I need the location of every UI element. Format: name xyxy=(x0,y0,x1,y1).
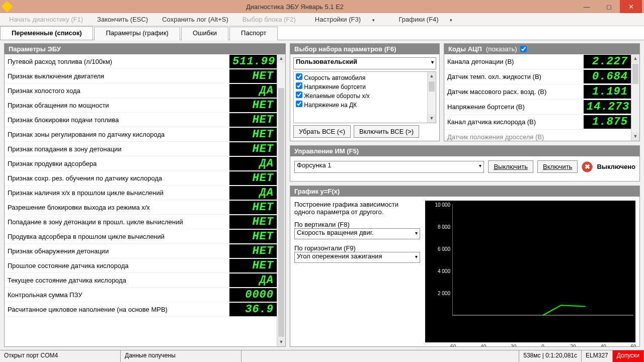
param-row[interactable]: Признак выключения двигателяНЕТ xyxy=(5,69,277,83)
param-name: Признак сохр. рез. обучения по датчику к… xyxy=(8,174,229,182)
graph-header: График y=F(x) xyxy=(290,186,639,197)
horizontal-label: По горизонтали (F9) xyxy=(294,244,420,252)
param-row[interactable]: Признак блокировки подачи топливаНЕТ xyxy=(5,113,277,127)
param-row[interactable]: Признак наличия х/х в прошлом цикле вычи… xyxy=(5,186,277,200)
im-on-button[interactable]: Включить xyxy=(537,160,578,173)
adc-name: Канал датчика кислорода (В) xyxy=(447,118,584,126)
adc-row[interactable]: Канала детонации (В)2.227 xyxy=(444,54,631,69)
check-item[interactable]: Напряжение на ДК xyxy=(295,100,426,109)
param-name: Текущее состояние датчика кислорода xyxy=(8,277,229,284)
adc-value: 2.227 xyxy=(584,55,631,68)
param-value: НЕТ xyxy=(229,99,277,112)
param-value: 511.99 xyxy=(229,55,277,68)
param-value: ДА xyxy=(229,186,277,200)
horizontal-select[interactable]: Угол опережения зажигания xyxy=(294,252,420,263)
tab-passport[interactable]: Паспорт xyxy=(229,27,278,40)
check-item[interactable]: Желаемые обороты х/х xyxy=(295,91,426,100)
adc-value: 1.191 xyxy=(584,85,631,99)
param-row[interactable]: Признак обнаружения детонацииНЕТ xyxy=(5,244,277,258)
param-value: НЕТ xyxy=(229,215,277,229)
tab-errors[interactable]: Ошибки xyxy=(181,27,228,40)
settings-menu[interactable]: Настройки (F3) xyxy=(305,15,385,24)
param-row[interactable]: Продувка адсорбера в прошлом цикле вычис… xyxy=(5,229,277,244)
param-value: НЕТ xyxy=(229,113,277,127)
param-set-header: Выбор набора параметров (F6) xyxy=(290,44,439,54)
param-row[interactable]: Признак обгащения по мощностиНЕТ xyxy=(5,98,277,113)
adc-name: Напряжение бортсети (В) xyxy=(447,103,584,111)
param-scrollbar[interactable]: ▲▼ xyxy=(277,54,285,346)
adc-header: Коды АЦП (показать) xyxy=(444,44,639,54)
param-row[interactable]: Признак сохр. рез. обучения по датчику к… xyxy=(5,171,277,186)
finish-button[interactable]: Закончить (ESC) xyxy=(92,15,153,24)
param-value: НЕТ xyxy=(229,128,277,141)
remove-all-button[interactable]: Убрать ВСЕ (<) xyxy=(293,125,351,138)
ecu-params-header: Параметры ЭБУ xyxy=(5,44,285,54)
param-name: Признак обнаружения детонации xyxy=(8,247,229,255)
tab-bar: Переменные (список) Параметры (график) О… xyxy=(0,26,644,40)
param-name: Признак блокировки подачи топлива xyxy=(8,116,229,124)
param-value: НЕТ xyxy=(229,259,277,273)
tab-parameters[interactable]: Параметры (график) xyxy=(94,27,180,40)
tab-variables[interactable]: Переменные (список) xyxy=(0,26,93,40)
close-button[interactable]: ✕ xyxy=(620,0,642,13)
check-item[interactable]: Скорость автомобиля xyxy=(295,73,426,82)
param-name: Продувка адсорбера в прошлом цикле вычис… xyxy=(8,233,229,240)
status-adapter: ELM327 xyxy=(582,350,613,362)
param-value: НЕТ xyxy=(229,171,277,185)
param-set-select[interactable]: Пользовательский xyxy=(293,57,436,69)
param-name: Признак продувки адсорбера xyxy=(8,160,229,167)
adc-scrollbar[interactable]: ▲▼ xyxy=(631,54,639,141)
include-all-button[interactable]: Включить ВСЕ (>) xyxy=(354,125,419,138)
adc-row[interactable]: Датчик массового расх. возд. (В)1.191 xyxy=(444,84,631,100)
param-row[interactable]: Текущее состояние датчика кислородаДА xyxy=(5,273,277,288)
block-select-button: Выбор блока (F2) xyxy=(237,15,301,24)
adc-value: 1.875 xyxy=(584,115,631,129)
status-tolerance[interactable]: Допуски xyxy=(613,350,644,362)
param-row[interactable]: Расчитанное цикловое наполнение (на осно… xyxy=(5,302,277,317)
save-log-button[interactable]: Сохранить лог (Alt+S) xyxy=(157,15,233,24)
param-name: Признак выключения двигателя xyxy=(8,72,229,80)
im-off-button[interactable]: Выключить xyxy=(488,160,533,173)
param-row[interactable]: Признак зоны регулирования по датчику ки… xyxy=(5,127,277,142)
adc-row[interactable]: Датчик темп. охл. жидкости (В)0.684 xyxy=(444,69,631,84)
param-name: Признак наличия х/х в прошлом цикле вычи… xyxy=(8,189,229,197)
vertical-select[interactable]: Скорость вращения двиг. xyxy=(294,228,420,239)
param-row[interactable]: Признак попадания в зону детонацииНЕТ xyxy=(5,142,277,156)
param-row[interactable]: Признак холостого ходаДА xyxy=(5,83,277,98)
im-header: Управление ИМ (F5) xyxy=(290,146,639,156)
param-row[interactable]: Прошлое состояние датчика кислородаНЕТ xyxy=(5,258,277,273)
param-checklist[interactable]: Скорость автомобиля Напряжение бортсети … xyxy=(293,71,436,123)
adc-show-checkbox[interactable] xyxy=(520,46,527,52)
window-title: Диагностика ЭБУ Январь 5.1 Е2 xyxy=(14,3,576,11)
param-row[interactable]: Признак продувки адсорбераДА xyxy=(5,156,277,171)
adc-row[interactable]: Напряжение бортсети (В)14.273 xyxy=(444,100,631,115)
status-data: Данные получены xyxy=(121,350,242,362)
stop-icon[interactable]: ✖ xyxy=(582,161,593,172)
param-name: Признак холостого хода xyxy=(8,87,229,95)
chart-area: 2 0004 0006 0008 00010 000-60-40-2002040… xyxy=(425,201,635,342)
param-name: Попадание в зону детонации в прошл. цикл… xyxy=(8,218,229,226)
param-name: Признак обгащения по мощности xyxy=(8,102,229,109)
im-status: Выключено xyxy=(597,163,635,170)
check-item[interactable]: Напряжение бортсети xyxy=(295,82,426,91)
adc-name: Канала детонации (В) xyxy=(447,58,584,65)
param-name: Прошлое состояние датчика кислорода xyxy=(8,262,229,269)
param-row[interactable]: Контрольная сумма ПЗУ0000 xyxy=(5,288,277,302)
adc-value: 14.273 xyxy=(584,100,631,114)
param-row[interactable]: Путевой расход топлива (л/100км)511.99 xyxy=(5,54,277,69)
param-value: НЕТ xyxy=(229,69,277,83)
ecu-param-list: Путевой расход топлива (л/100км)511.99Пр… xyxy=(5,54,277,346)
statusbar: Открыт порт COM4 Данные получены 538мс |… xyxy=(0,350,644,362)
param-value: 36.9 xyxy=(229,303,277,316)
im-select[interactable]: Форсунка 1 xyxy=(294,161,484,173)
param-name: Разрешение блокировки выхода из режима х… xyxy=(8,204,229,211)
vertical-label: По вертикали (F8) xyxy=(294,221,420,228)
maximize-button[interactable]: ◻ xyxy=(598,0,620,13)
param-row[interactable]: Разрешение блокировки выхода из режима х… xyxy=(5,200,277,215)
param-value: 0000 xyxy=(229,288,277,302)
adc-value: 0.684 xyxy=(584,70,631,83)
minimize-button[interactable]: — xyxy=(576,0,598,13)
adc-row[interactable]: Канал датчика кислорода (В)1.875 xyxy=(444,115,631,130)
start-diag-button: Начать диагностику (F1) xyxy=(4,15,88,24)
param-row[interactable]: Попадание в зону детонации в прошл. цикл… xyxy=(5,215,277,229)
